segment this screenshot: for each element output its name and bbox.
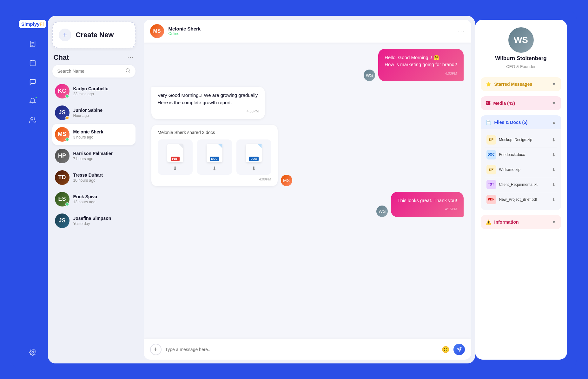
doc-card-doc2: DOC ⬇ bbox=[236, 139, 271, 175]
info-icon: ⚠️ bbox=[486, 220, 491, 225]
message-sent-2: This looks great. Thank you! 4:15PM WS bbox=[151, 192, 464, 217]
docs-grid: PDF ⬇ DOC ⬇ bbox=[158, 139, 271, 175]
send-button[interactable] bbox=[453, 344, 465, 355]
app-container: SimplyyFi + C bbox=[12, 10, 577, 369]
logo: SimplyyFi bbox=[19, 20, 46, 28]
doc1-badge: DOC bbox=[210, 157, 219, 161]
chat-info-tressa: Tressa Duhart 10 hours ago bbox=[73, 173, 133, 183]
starred-chevron: ▼ bbox=[552, 82, 556, 87]
sidebar-icon-bell[interactable] bbox=[25, 94, 40, 108]
chat-topbar-menu[interactable]: ··· bbox=[458, 28, 465, 34]
svg-point-10 bbox=[126, 69, 129, 72]
file-download-feedback[interactable]: ⬇ bbox=[552, 152, 556, 157]
status-dot-erick bbox=[65, 202, 69, 206]
file-download-client[interactable]: ⬇ bbox=[552, 182, 556, 187]
sidebar-icon-chat[interactable] bbox=[25, 75, 40, 89]
chat-item-tressa[interactable]: TD Tressa Duhart 10 hours ago bbox=[52, 167, 135, 188]
file-name-feedback: Feedback.docx bbox=[499, 152, 549, 157]
file-name-client: Client_Requirments.txt bbox=[499, 182, 549, 187]
avatar-wrap-erick: ES bbox=[55, 192, 69, 206]
files-body: ZIP Mockup_Design.zip ⬇ DOC Feedback.doc… bbox=[481, 129, 561, 210]
file-download-brief[interactable]: ⬇ bbox=[552, 197, 556, 202]
message-docs-row: Melonie Sherk shared 3 docs : PDF ⬇ bbox=[151, 125, 464, 186]
media-chevron: ▼ bbox=[552, 101, 556, 106]
chat-info-karlyn: Karlyn Carabello 23 mins ago bbox=[73, 86, 133, 96]
chat-name-tressa: Tressa Duhart bbox=[73, 173, 133, 178]
chat-info-melonie: Melonie Sherk 3 hours ago bbox=[73, 129, 133, 139]
pdf-doc-corner bbox=[179, 144, 183, 148]
svg-line-11 bbox=[129, 71, 130, 72]
file-download-wirframe[interactable]: ⬇ bbox=[552, 167, 556, 172]
sidebar: SimplyyFi bbox=[17, 16, 48, 363]
shared-docs-title: Melonie Sherk shared 3 docs : bbox=[158, 130, 271, 135]
create-new-card[interactable]: + Create New bbox=[52, 22, 135, 48]
chat-time-karlyn: 23 mins ago bbox=[73, 92, 133, 96]
chat-item-karlyn[interactable]: KC Karlyn Carabello 23 mins ago bbox=[52, 81, 135, 102]
chat-title: Chat bbox=[54, 53, 69, 62]
chat-time-erick: 13 hours ago bbox=[73, 200, 133, 204]
chat-topbar-name: Melonie Sherk bbox=[168, 26, 454, 31]
message-sent-1: Hello, Good Morning..! 🤗How is marketing… bbox=[151, 49, 464, 81]
file-name-mockup: Mockup_Design.zip bbox=[499, 138, 549, 142]
accordion-media: 🖼 Media (43) ▼ bbox=[481, 96, 561, 110]
file-name-wirframe: Wirframe.zip bbox=[499, 167, 549, 172]
avatar-josefina: JS bbox=[55, 213, 69, 228]
chat-name-junior: Junior Sabine bbox=[73, 108, 133, 113]
doc-card-doc1: DOC ⬇ bbox=[197, 139, 232, 175]
svg-point-9 bbox=[32, 351, 34, 353]
accordion-header-info[interactable]: ⚠️ Information ▼ bbox=[481, 215, 561, 229]
chat-info-junior: Junior Sabine Hour ago bbox=[73, 108, 133, 118]
file-row-mockup: ZIP Mockup_Design.zip ⬇ bbox=[485, 132, 557, 147]
chat-menu-dots[interactable]: ··· bbox=[127, 54, 134, 61]
create-new-btn[interactable]: + bbox=[59, 29, 71, 41]
svg-rect-4 bbox=[30, 60, 35, 66]
sidebar-icon-settings[interactable] bbox=[25, 345, 40, 360]
chat-item-melonie[interactable]: MS Melonie Sherk 3 hours ago bbox=[52, 124, 135, 145]
file-row-wirframe: ZIP Wirframe.zip ⬇ bbox=[485, 162, 557, 177]
message-bubble-sent-1: Hello, Good Morning..! 🤗How is marketing… bbox=[378, 49, 463, 81]
accordion-header-files[interactable]: 📄 Files & Docs (5) ▲ bbox=[481, 115, 561, 129]
starred-label: Starred Messages bbox=[494, 82, 532, 87]
shared-docs-card: Melonie Sherk shared 3 docs : PDF ⬇ bbox=[151, 125, 278, 186]
chat-item-junior[interactable]: JS Junior Sabine Hour ago bbox=[52, 102, 135, 123]
chat-item-josefina[interactable]: JS Josefina Simpson Yesterday bbox=[52, 210, 135, 231]
chat-time-melonie: 3 hours ago bbox=[73, 135, 133, 139]
file-icon-client: TXT bbox=[486, 180, 496, 189]
search-input[interactable] bbox=[57, 69, 123, 74]
chat-input[interactable] bbox=[165, 347, 438, 352]
profile-role: CEO & Founder bbox=[506, 64, 536, 69]
chat-name-melonie: Melonie Sherk bbox=[73, 129, 133, 134]
chat-area: MS Melonie Sherk Online ··· Hello, Good … bbox=[144, 20, 471, 360]
chat-list: KC Karlyn Carabello 23 mins ago JS Junio… bbox=[52, 81, 135, 231]
message-bubble-received-1: Very Good Morning..! We are growing grad… bbox=[151, 87, 265, 119]
accordion-header-media[interactable]: 🖼 Media (43) ▼ bbox=[481, 96, 561, 110]
chat-info-harrison: Harrison Palmatier 7 hours ago bbox=[73, 151, 133, 161]
emoji-button[interactable]: 🙂 bbox=[442, 346, 450, 353]
chat-item-erick[interactable]: ES Erick Spiva 13 hours ago bbox=[52, 189, 135, 210]
doc2-doc-icon: DOC bbox=[246, 144, 262, 162]
doc2-download-btn[interactable]: ⬇ bbox=[252, 166, 256, 172]
chat-item-harrison[interactable]: HP Harrison Palmatier 7 hours ago bbox=[52, 146, 135, 166]
doc1-download-btn[interactable]: ⬇ bbox=[212, 166, 216, 172]
chat-time-harrison: 7 hours ago bbox=[73, 157, 133, 161]
accordion-header-starred[interactable]: ⭐ Starred Messages ▼ bbox=[481, 77, 561, 91]
file-row-client: TXT Client_Requirments.txt ⬇ bbox=[485, 177, 557, 192]
files-chevron: ▲ bbox=[552, 120, 556, 125]
chat-input-bar: + 🙂 bbox=[144, 339, 471, 360]
sidebar-icon-calendar[interactable] bbox=[25, 56, 40, 70]
chat-list-panel: + Create New Chat ··· KC bbox=[48, 16, 140, 363]
main-area: + Create New Chat ··· KC bbox=[48, 16, 475, 363]
avatar-wrap-josefina: JS bbox=[55, 213, 69, 228]
message-text-sent-1: Hello, Good Morning..! 🤗How is marketing… bbox=[385, 54, 457, 68]
info-chevron: ▼ bbox=[552, 220, 556, 225]
file-row-brief: PDF New_Project_Brief.pdf ⬇ bbox=[485, 192, 557, 207]
sidebar-icon-users[interactable] bbox=[25, 113, 40, 127]
search-icon[interactable] bbox=[125, 68, 130, 74]
pdf-download-btn[interactable]: ⬇ bbox=[173, 166, 177, 172]
file-download-mockup[interactable]: ⬇ bbox=[552, 137, 556, 142]
svg-point-8 bbox=[30, 117, 33, 119]
sender-avatar-docs: MS bbox=[281, 175, 292, 186]
sidebar-icon-document[interactable] bbox=[25, 37, 40, 51]
chat-info-erick: Erick Spiva 13 hours ago bbox=[73, 194, 133, 204]
input-add-button[interactable]: + bbox=[150, 344, 162, 355]
